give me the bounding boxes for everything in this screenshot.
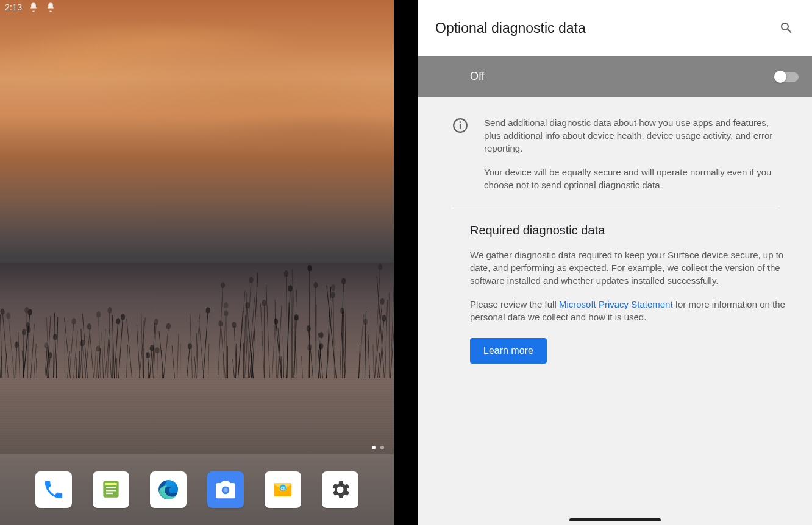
info-para1: Send additional diagnostic data about ho… [484,116,778,155]
edge-app-icon[interactable] [150,471,187,508]
info-para2: Your device will be equally secure and w… [484,166,778,191]
search-button[interactable] [774,16,799,40]
settings-header: Optional diagnostic data [418,0,812,56]
info-text: Send additional diagnostic data about ho… [484,116,778,191]
svg-rect-13 [460,124,461,129]
notification-icon [28,2,39,13]
device-hinge [394,0,418,525]
page-dot-active [372,446,376,449]
info-icon [452,118,468,133]
home-screen[interactable]: 2:13 @ [0,0,394,525]
settings-app-icon[interactable] [322,471,358,508]
svg-text:@: @ [280,485,285,491]
app-dock: @ [0,454,394,525]
required-para2: Please review the full Microsoft Privacy… [470,298,795,323]
svg-point-9 [224,488,228,492]
required-para1: We gather diagnostic data required to ke… [470,248,795,287]
navigation-handle[interactable] [569,518,661,521]
status-bar: 2:13 [0,0,394,15]
toggle-label: Off [470,70,485,83]
diagnostic-toggle[interactable] [774,70,799,83]
camera-app-icon[interactable] [207,471,244,508]
svg-rect-4 [106,487,116,488]
learn-more-button[interactable]: Learn more [470,338,547,364]
phone-app-icon[interactable] [35,471,72,508]
svg-point-14 [460,121,461,123]
notification-icon [45,2,56,13]
required-title: Required diagnostic data [470,224,795,238]
svg-rect-5 [106,490,116,491]
switch-thumb [774,71,786,83]
settings-panel: Optional diagnostic data Off Send additi… [418,0,812,525]
page-dot [380,446,384,449]
svg-point-0 [33,4,35,6]
page-indicator [372,446,384,449]
messages-app-icon[interactable] [93,471,129,508]
svg-rect-3 [105,483,117,485]
toggle-row[interactable]: Off [418,56,812,97]
svg-rect-6 [106,493,113,494]
page-title: Optional diagnostic data [435,20,586,37]
required-body: We gather diagnostic data required to ke… [470,248,795,323]
status-time: 2:13 [5,2,22,12]
svg-point-1 [50,4,52,6]
privacy-link[interactable]: Microsoft Privacy Statement [559,299,673,309]
required-section: Required diagnostic data We gather diagn… [418,206,812,376]
settings-content: Send additional diagnostic data about ho… [418,97,812,525]
email-app-icon[interactable]: @ [265,471,301,508]
search-icon [779,21,794,35]
info-block: Send additional diagnostic data about ho… [452,97,778,206]
